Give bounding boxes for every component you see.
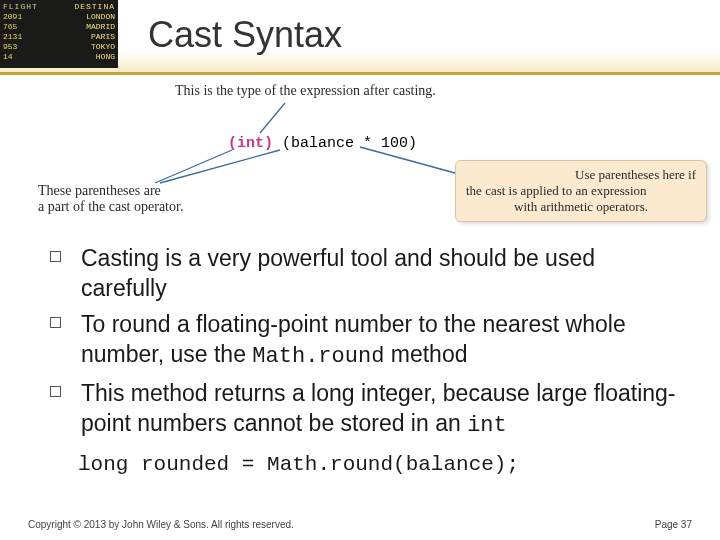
slide-footer: Copyright © 2013 by John Wiley & Sons. A… xyxy=(28,519,692,530)
bullet-square-icon xyxy=(50,317,61,328)
code-int: (int) xyxy=(228,135,273,152)
cast-diagram: This is the type of the expression after… xyxy=(0,75,720,235)
top-annotation: This is the type of the expression after… xyxy=(175,83,436,99)
bullet-text: Casting is a very powerful tool and shou… xyxy=(81,243,680,303)
right-balloon: Use parentheses here if the cast is appl… xyxy=(455,160,707,222)
code-rest: (balance * 100) xyxy=(273,135,417,152)
copyright-text: Copyright © 2013 by John Wiley & Sons. A… xyxy=(28,519,294,530)
bullet-square-icon xyxy=(50,386,61,397)
svg-line-0 xyxy=(260,103,285,133)
bullet-text: To round a floating-point number to the … xyxy=(81,309,680,372)
bullet-text: This method returns a long integer, beca… xyxy=(81,378,680,441)
page-number: Page 37 xyxy=(655,519,692,530)
code-expression: (int) (balance * 100) xyxy=(228,133,417,152)
fb-hdr-right: DESTINA xyxy=(74,2,115,12)
bullet-item: Casting is a very powerful tool and shou… xyxy=(50,243,680,303)
bullet-item: To round a floating-point number to the … xyxy=(50,309,680,372)
bullet-item: This method returns a long integer, beca… xyxy=(50,378,680,441)
fb-hdr-left: FLIGHT xyxy=(3,2,38,12)
flight-board-graphic: FLIGHT DESTINA 2091LONDON 765MADRID 2131… xyxy=(0,0,118,68)
code-example: long rounded = Math.round(balance); xyxy=(78,453,720,476)
left-annotation: These parentheses are a part of the cast… xyxy=(38,183,183,215)
bullet-square-icon xyxy=(50,251,61,262)
slide-title: Cast Syntax xyxy=(148,14,342,56)
bullet-list: Casting is a very powerful tool and shou… xyxy=(0,235,720,441)
slide-header: FLIGHT DESTINA 2091LONDON 765MADRID 2131… xyxy=(0,0,720,75)
